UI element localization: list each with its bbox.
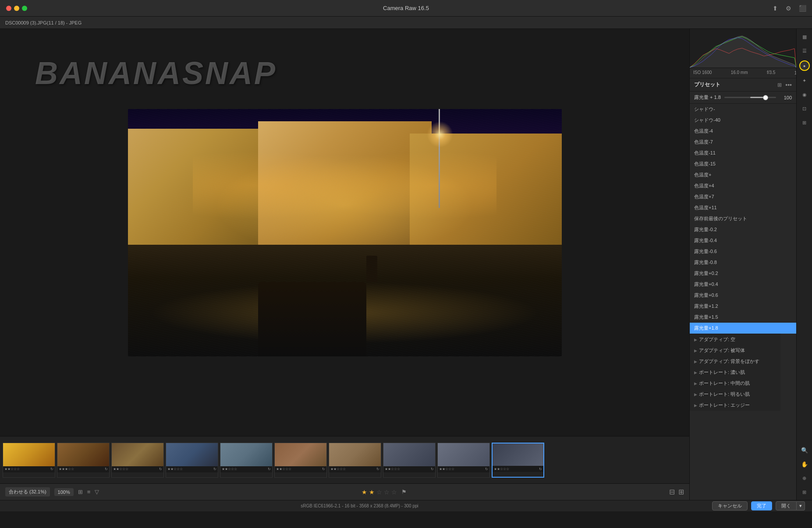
film-thumb-10[interactable]: ★★☆☆☆ ↻ — [492, 443, 544, 478]
fit-zoom-button[interactable]: 合わせる (32.1%) — [5, 487, 50, 496]
exposure-slider[interactable] — [724, 97, 776, 98]
preset-item-temp-minus11[interactable]: 色温度-11 — [690, 148, 796, 158]
preset-item-exp-plus02[interactable]: 露光量+0.2 — [690, 268, 796, 279]
preset-item-temp-plus[interactable]: 色温度+ — [690, 169, 796, 180]
arrow-icon-1: ▶ — [694, 338, 697, 342]
share-icon[interactable]: ⬆ — [773, 5, 780, 12]
preset-item-exp-plus06[interactable]: 露光量+0.6 — [690, 290, 796, 301]
status-info: sRGB IEC61966-2.1 - 16 bit - 3568 x 2368… — [301, 503, 418, 508]
histogram-icon[interactable]: ▦ — [800, 32, 809, 41]
star-rating-10: ★★☆☆☆ — [494, 467, 509, 471]
close-button[interactable] — [6, 6, 11, 11]
arrow-icon-2: ▶ — [694, 348, 697, 353]
thumb-icon-6: ↻ — [322, 467, 325, 471]
film-thumb-2[interactable]: ★★★☆☆ ↻ — [57, 443, 110, 478]
minimize-button[interactable] — [14, 6, 19, 11]
context-portrait-edgy[interactable]: ▶ ポートレート: エッジー — [690, 400, 780, 411]
preset-item-temp-plus7[interactable]: 色温度+7 — [690, 191, 796, 202]
star-5[interactable]: ☆ — [391, 489, 397, 496]
star-4[interactable]: ☆ — [384, 489, 390, 496]
open-arrow-button[interactable]: ▾ — [797, 501, 805, 510]
preset-item-exp-plus18[interactable]: 露光量+1.8 — [690, 323, 796, 334]
zoom-tool-icon[interactable]: ⊕ — [800, 474, 809, 482]
preset-item-temp-plus11[interactable]: 色温度+11 — [690, 202, 796, 213]
settings-icon[interactable]: ⚙ — [786, 5, 793, 12]
open-split-button: 開く ▾ — [776, 501, 805, 510]
preset-item-exp-minus02[interactable]: 露光量-0.2 — [690, 224, 796, 235]
context-adaptive-bg-blur[interactable]: ▶ アダプティブ: 背景をぼかす — [690, 356, 780, 367]
film-thumb-6[interactable]: ★★☆☆☆ ↻ — [274, 443, 327, 478]
watermark: BANANASNAP — [35, 55, 277, 91]
preset-item-exp-minus04[interactable]: 露光量-0.4 — [690, 235, 796, 246]
filter-icon[interactable]: ▽ — [95, 489, 99, 495]
thumb-icon-4: ↻ — [213, 467, 216, 471]
film-thumb-8[interactable]: ★★☆☆☆ ↻ — [383, 443, 436, 478]
context-portrait-dark[interactable]: ▶ ポートレート: 濃い肌 — [690, 367, 780, 378]
search-icon[interactable]: 🔍 — [800, 446, 809, 454]
preset-item-temp-minus7[interactable]: 色温度-7 — [690, 137, 796, 148]
main-layout: BANANASNAP ★★☆☆☆ — [0, 29, 812, 500]
hand-tool-icon[interactable]: ✋ — [800, 460, 809, 468]
preset-item-temp-plus4[interactable]: 色温度+4 — [690, 180, 796, 191]
geometry-icon[interactable]: ⊡ — [800, 104, 809, 113]
context-adaptive-subject[interactable]: ▶ アダプティブ: 被写体 — [690, 345, 780, 356]
exposure-slider-thumb[interactable] — [763, 95, 768, 100]
preset-item-exp-plus15[interactable]: 露光量+1.5 — [690, 312, 796, 323]
masking-icon[interactable]: ◉ — [800, 90, 809, 99]
star-2[interactable]: ★ — [369, 489, 375, 496]
preset-copy-icon[interactable]: ⊞ — [777, 82, 782, 88]
star-rating-3: ★★☆☆☆ — [113, 467, 128, 471]
film-thumb-5[interactable]: ★★☆☆☆ ↻ — [220, 443, 273, 478]
context-label-7: ポートレート: エッジー — [699, 402, 750, 408]
film-thumb-9[interactable]: ★★☆☆☆ ↻ — [437, 443, 490, 478]
color-grade-icon[interactable]: ⊞ — [800, 118, 809, 127]
film-thumb-3[interactable]: ★★☆☆☆ ↻ — [111, 443, 164, 478]
preset-item-exp-plus12[interactable]: 露光量+1.2 — [690, 301, 796, 312]
thumb-icon-8: ↻ — [431, 467, 434, 471]
film-thumb-1[interactable]: ★★☆☆☆ ↻ — [3, 443, 55, 478]
filename-label: DSC00009 (3).JPG(11 / 18) - JPEG — [5, 20, 82, 25]
thumb-image-10 — [493, 444, 543, 466]
arrow-icon-6: ▶ — [694, 392, 697, 397]
histogram-area — [690, 29, 796, 68]
preset-item-last-saved[interactable]: 保存前最後のプリセット — [690, 213, 796, 224]
context-adaptive-sky[interactable]: ▶ アダプティブ: 空 — [690, 334, 780, 345]
star-rating-1: ★★☆☆☆ — [4, 467, 20, 471]
zoom-100-button[interactable]: 100% — [54, 488, 74, 496]
context-portrait-light[interactable]: ▶ ポートレート: 明るい肌 — [690, 389, 780, 400]
thumb-stars-9: ★★☆☆☆ ↻ — [438, 466, 489, 472]
thumb-icon-7: ↻ — [376, 467, 379, 471]
crop-icon[interactable]: ⬛ — [799, 5, 806, 12]
preset-item-temp-minus4[interactable]: 色温度-4 — [690, 126, 796, 137]
grid-icon[interactable]: ⊞ — [800, 488, 809, 496]
maximize-button[interactable] — [22, 6, 27, 11]
presets-panel-icon[interactable]: ☰ — [800, 46, 809, 55]
thumb-stars-8: ★★☆☆☆ ↻ — [383, 466, 435, 472]
compare-view-icon[interactable]: ⊞ — [678, 488, 684, 496]
preset-more-icon[interactable]: ••• — [785, 81, 792, 88]
preset-item-shadow-40[interactable]: シャドウ-40 — [690, 115, 796, 126]
thumb-stars-1: ★★☆☆☆ ↻ — [3, 466, 55, 472]
thumb-stars-7: ★★☆☆☆ ↻ — [329, 466, 381, 472]
flag-icon[interactable]: ⚑ — [401, 489, 407, 495]
film-thumb-7[interactable]: ★★☆☆☆ ↻ — [329, 443, 381, 478]
preset-item-shadow-minus[interactable]: シャドウ- — [690, 104, 796, 115]
preset-item-exp-minus08[interactable]: 露光量-0.8 — [690, 257, 796, 268]
done-button[interactable]: 完了 — [751, 501, 772, 510]
right-content: ISO 1600 16.0 mm f/3.5 1/40 秒 プリセット ⊞ ••… — [690, 29, 812, 500]
heal-icon[interactable]: ✦ — [800, 76, 809, 85]
far-right-icons: ▦ ☰ ● ✦ ◉ ⊡ ⊞ 🔍 ✋ ⊕ ⊞ — [796, 29, 812, 500]
preset-item-exp-plus04[interactable]: 露光量+0.4 — [690, 279, 796, 290]
view-icon-2[interactable]: ≡ — [87, 489, 91, 495]
star-3[interactable]: ☆ — [376, 489, 382, 496]
preset-item-temp-minus15[interactable]: 色温度-15 — [690, 158, 796, 169]
view-icon-1[interactable]: ⊞ — [78, 489, 83, 495]
cancel-button[interactable]: キャンセル — [712, 501, 748, 510]
active-preset-circle[interactable]: ● — [799, 60, 810, 71]
film-thumb-4[interactable]: ★★☆☆☆ ↻ — [166, 443, 218, 478]
grid-view-icon[interactable]: ⊟ — [669, 488, 675, 496]
star-1[interactable]: ★ — [362, 489, 367, 496]
preset-item-exp-minus06[interactable]: 露光量-0.6 — [690, 246, 796, 257]
context-portrait-mid[interactable]: ▶ ポートレート: 中間の肌 — [690, 378, 780, 389]
open-button[interactable]: 開く — [776, 501, 797, 510]
